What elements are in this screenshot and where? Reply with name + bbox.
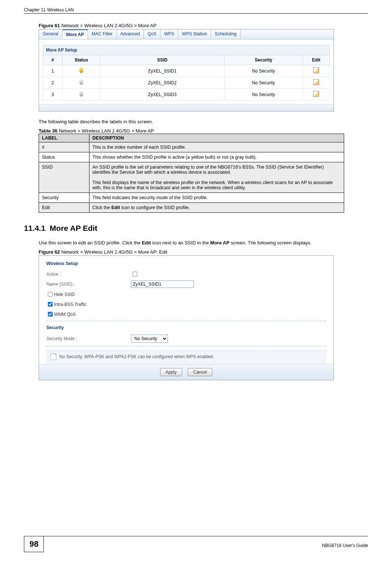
note-icon [50,353,56,360]
table-row: 3 ZyXEL_SSID3 No Security [43,89,330,100]
cancel-button[interactable]: Cancel [188,368,212,376]
intra-bss-checkbox[interactable] [48,302,53,307]
table-36-caption: Table 36 Network > Wireless LAN 2.4G/5G … [39,128,368,134]
screenshot-more-ap: General More AP MAC Filter Advanced QoS … [39,29,334,112]
figure-62-rest: Network > Wireless LAN 2.4G/5G > More AP… [60,249,167,255]
table-row: Security This field indicates the securi… [39,193,344,203]
chapter-label: Chapter 11 Wireless LAN [24,7,74,13]
bulb-off-icon [80,91,83,96]
security-mode-select[interactable]: No Security [131,335,168,343]
security-mode-label: Security Mode : [46,336,131,341]
button-row: Apply Cancel [39,364,333,380]
edit-icon[interactable] [313,79,319,85]
page-number: 98 [24,536,44,552]
table-row: # This is the index number of each SSID … [39,142,344,152]
col-status: Status [63,55,100,65]
section-heading: 11.4.1 More AP Edit [24,224,368,233]
bulb-on-icon [80,68,83,73]
more-ap-table: # Status SSID Security Edit 1 ZyXEL_SSID… [43,55,330,100]
heading-title: More AP Edit [50,224,98,232]
intro-paragraph: The following table describes the labels… [39,119,368,124]
figure-61-bold: Figure 61 [39,23,60,28]
table-row: Status This shows whether the SSID profi… [39,152,344,162]
col-num: # [43,55,63,65]
wireless-setup-title: Wireless Setup [46,261,326,266]
table-36-rest: Network > Wireless LAN 2.4G/5G > More AP [57,128,154,134]
desc-head-label: LABEL [39,134,89,142]
col-ssid: SSID [100,55,225,65]
tab-bar: General More AP MAC Filter Advanced QoS … [39,29,333,39]
divider [46,321,326,321]
panel-footer-bar [39,104,333,111]
heading-number: 11.4.1 [24,224,45,232]
desc-head-desc: DESCRIPTION [89,134,344,142]
guide-name: NBG6716 User's Guide [322,541,368,548]
hide-ssid-label: Hide SSID [54,292,75,297]
tab-mac-filter[interactable]: MAC Filter [88,29,117,39]
tab-more-ap[interactable]: More AP [63,29,88,39]
col-security: Security [225,55,303,65]
hide-ssid-checkbox[interactable] [48,292,53,297]
tab-advanced[interactable]: Advanced [117,29,144,39]
wmm-qos-checkbox[interactable] [48,312,53,317]
description-table: LABEL DESCRIPTION # This is the index nu… [39,134,344,213]
table-36-bold: Table 36 [39,128,57,134]
wps-note-text: No Security, WPA-PSK and WPA2-PSK can be… [59,354,214,359]
table-row: 2 ZyXEL_SSID2 No Security [43,77,330,89]
table-row: SSID An SSID profile is the set of param… [39,162,344,193]
table-row: Edit Click the Edit icon to configure th… [39,203,344,213]
more-ap-setup-title: More AP Setup [43,45,330,55]
col-edit: Edit [303,55,330,65]
figure-61-caption: Figure 61 Network > Wireless LAN 2.4G/5G… [39,23,368,28]
figure-62-caption: Figure 62 Network > Wireless LAN 2.4G/5G… [39,249,368,255]
security-title: Security [46,325,326,330]
section-paragraph: Use this screen to edit an SSID profile.… [39,240,368,246]
bulb-off-icon [80,80,83,85]
tab-scheduling[interactable]: Scheduling [211,29,240,39]
figure-62-bold: Figure 62 [39,249,60,255]
tab-qos[interactable]: QoS [144,29,160,39]
divider [46,346,326,346]
page-footer: 98 NBG6716 User's Guide [24,536,368,552]
figure-61-rest: Network > Wireless LAN 2.4G/5G > More AP [60,23,156,28]
tab-general[interactable]: General [39,29,63,39]
name-ssid-input[interactable] [131,280,194,288]
tab-wps[interactable]: WPS [160,29,178,39]
intra-bss-label: Intra-BSS Traffic [54,302,86,307]
wps-note: No Security, WPA-PSK and WPA2-PSK can be… [46,350,326,363]
wmm-qos-label: WMM QoS [54,312,76,317]
edit-icon[interactable] [313,91,319,97]
table-row: 1 ZyXEL_SSID1 No Security [43,65,330,77]
screenshot-more-ap-edit: Wireless Setup Active : Name (SSID) : Hi… [39,255,334,380]
tab-wps-station[interactable]: WPS Station [178,29,211,39]
name-ssid-label: Name (SSID) : [46,282,131,287]
page-header: Chapter 11 Wireless LAN [24,7,368,14]
active-label: Active : [46,272,131,277]
edit-icon[interactable] [313,67,319,73]
apply-button[interactable]: Apply [160,368,182,376]
active-checkbox[interactable] [133,272,137,276]
